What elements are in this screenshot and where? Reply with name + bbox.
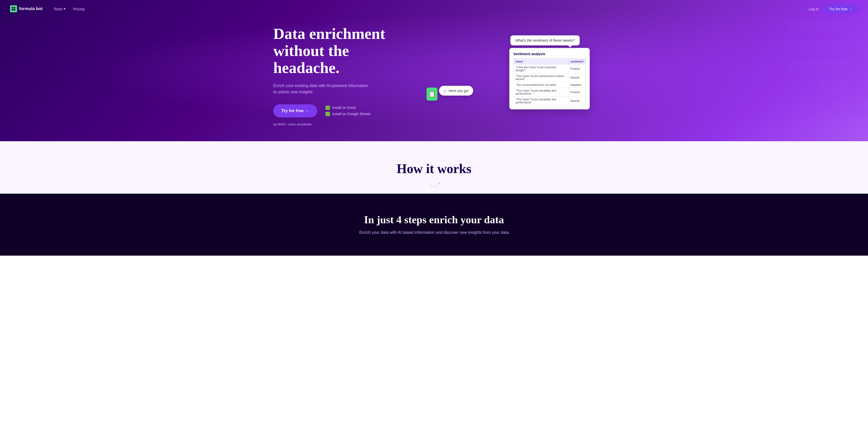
logo-link[interactable]: formula bot xyxy=(10,5,43,12)
svg-marker-4 xyxy=(438,182,440,183)
hero-cta: Try for free → 🟩 Install on Excel 🟩 Inst… xyxy=(273,104,404,117)
deco-block-7 xyxy=(818,80,848,93)
table-row: "The Cyber Truck's performance seems dec… xyxy=(514,73,586,82)
hero-content: Data enrichment without the headache. En… xyxy=(273,25,404,126)
floating-here-bubble: ◇ Here you go! xyxy=(439,86,473,96)
deco-block-5 xyxy=(787,60,818,73)
table-row: "The Cyber Truck's durability and perfor… xyxy=(514,97,586,105)
steps-subtitle: Enrich your data with AI based informati… xyxy=(15,229,853,236)
login-button[interactable]: Log in xyxy=(808,7,819,11)
svg-rect-3 xyxy=(14,9,15,10)
deco-block-1 xyxy=(787,20,818,33)
nav-pricing[interactable]: Pricing xyxy=(70,5,88,12)
sentiment-table: tweet sentiment "I love the Cyber Truck'… xyxy=(514,59,586,105)
steps-section: In just 4 steps enrich your data Enrich … xyxy=(0,194,868,256)
hero-subtitle: Enrich your existing data with AI-powere… xyxy=(273,82,369,95)
try-free-hero-button[interactable]: Try for free → xyxy=(273,104,317,117)
col-tweet: tweet xyxy=(514,59,568,65)
sentiment-card-title: Sentiment analysis xyxy=(514,52,586,56)
deco-block-4 xyxy=(818,40,848,53)
how-title: How it works xyxy=(10,161,858,176)
nav-links: Tools ▾ Pricing xyxy=(51,5,88,12)
deco-block-3 xyxy=(787,40,818,53)
deco-block-2 xyxy=(818,20,848,33)
sentiment-cell: Neutral xyxy=(568,97,586,105)
curve-svg xyxy=(427,181,441,194)
hero-title: Data enrichment without the headache. xyxy=(273,25,404,76)
nav-tools[interactable]: Tools ▾ xyxy=(51,5,68,12)
how-curve xyxy=(10,181,858,194)
tweet-cell: "I love the Cyber Truck's futuristic des… xyxy=(514,65,568,73)
logo-icon xyxy=(10,5,17,12)
tweet-cell: "The Cyber Truck's durability and perfor… xyxy=(514,88,568,97)
sentiment-cell: Positive xyxy=(568,65,586,73)
steps-title: In just 4 steps enrich your data xyxy=(15,214,853,226)
svg-rect-0 xyxy=(12,7,13,8)
table-row: "I love the Cyber Truck's futuristic des… xyxy=(514,65,586,73)
users-text: by 800K+ users worldwide xyxy=(273,123,404,126)
table-row: "Too unconventional for my taste."Negati… xyxy=(514,82,586,88)
tweet-cell: "The Cyber Truck's durability and perfor… xyxy=(514,97,568,105)
logo-text: formula bot xyxy=(19,6,43,11)
tweet-cell: "Too unconventional for my taste." xyxy=(514,82,568,88)
diamond-icon: ◇ xyxy=(443,88,446,93)
install-excel-link[interactable]: 🟩 Install on Excel xyxy=(325,105,371,110)
try-free-nav-button[interactable]: Try for free → xyxy=(824,4,858,13)
install-links: 🟩 Install on Excel 🟩 Install on Google S… xyxy=(325,105,371,116)
how-section: How it works xyxy=(0,141,868,194)
svg-rect-1 xyxy=(14,7,15,8)
sentiment-cell: Negative xyxy=(568,82,586,88)
sentiment-cell: Neutral xyxy=(568,73,586,82)
sheets-icon: 🟩 xyxy=(325,112,330,116)
sentiment-cell: Positive xyxy=(568,88,586,97)
svg-rect-2 xyxy=(12,9,13,10)
deco-block-6 xyxy=(818,60,848,73)
sentiment-card: Sentiment analysis tweet sentiment "I lo… xyxy=(509,48,590,109)
hero-inner: Data enrichment without the headache. En… xyxy=(258,25,610,126)
chevron-down-icon: ▾ xyxy=(64,6,66,11)
green-clip-icon: 📋 xyxy=(427,88,437,101)
chat-bubble: What's the sentiment of these tweets? xyxy=(510,35,580,45)
navbar: formula bot Tools ▾ Pricing Log in Try f… xyxy=(0,0,868,18)
install-sheets-link[interactable]: 🟩 Install on Google Sheets xyxy=(325,112,371,116)
nav-right: Log in Try for free → xyxy=(808,4,858,13)
col-sentiment: sentiment xyxy=(568,59,586,65)
table-row: "The Cyber Truck's durability and perfor… xyxy=(514,88,586,97)
hero-section: Data enrichment without the headache. En… xyxy=(0,0,868,141)
hero-visual: What's the sentiment of these tweets? Se… xyxy=(419,35,595,116)
tweet-cell: "The Cyber Truck's performance seems dec… xyxy=(514,73,568,82)
excel-icon: 🟩 xyxy=(325,105,330,110)
